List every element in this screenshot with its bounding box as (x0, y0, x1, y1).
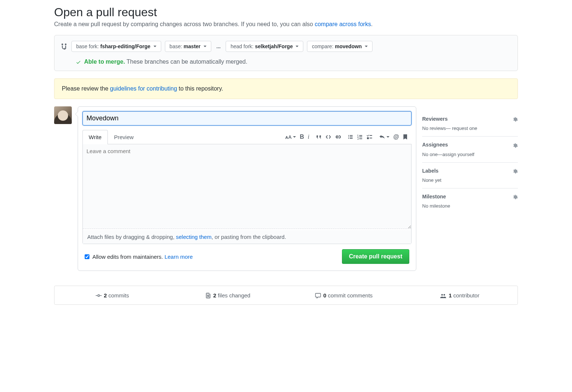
reply-icon[interactable] (379, 134, 389, 140)
allow-edits-checkbox[interactable] (85, 254, 89, 259)
create-pr-button[interactable]: Create pull request (342, 249, 409, 264)
stat-contributors[interactable]: 1 contributor (402, 286, 518, 304)
compare-icon (61, 43, 68, 50)
branch-ellipsis: ... (215, 43, 222, 49)
chevron-down-icon (204, 46, 206, 49)
merge-status-text: Able to merge. (84, 59, 125, 65)
milestone-body: No milestone (422, 203, 518, 209)
tab-write[interactable]: Write (82, 130, 108, 144)
assignees-title: Assignees (422, 142, 448, 148)
chevron-down-icon (153, 46, 156, 49)
head-fork-label: head fork: (230, 43, 253, 49)
gear-icon[interactable] (513, 168, 518, 174)
numbered-list-icon[interactable] (357, 134, 363, 140)
link-icon[interactable] (335, 134, 341, 140)
select-files-link[interactable]: selecting them (176, 234, 212, 240)
svg-point-0 (98, 295, 100, 297)
base-fork-value: fsharp-editing/Forge (100, 43, 150, 49)
compose-card: Write Preview ᴀA B i (78, 106, 416, 271)
task-list-icon[interactable] (367, 134, 372, 140)
merge-detail: These branches can be automatically merg… (125, 59, 247, 65)
bookmark-icon[interactable] (403, 134, 408, 140)
tab-preview[interactable]: Preview (108, 130, 140, 144)
bold-icon[interactable]: B (300, 134, 304, 140)
chevron-down-icon (296, 46, 299, 49)
assign-yourself-link[interactable]: assign yourself (442, 152, 474, 157)
reviewers-title: Reviewers (422, 116, 448, 122)
labels-title: Labels (422, 168, 438, 174)
base-value: master (184, 43, 201, 49)
check-icon (76, 59, 82, 65)
allow-edits-label[interactable]: Allow edits from maintainers. Learn more (85, 254, 193, 260)
svg-point-2 (444, 294, 445, 295)
mention-icon[interactable]: @ (393, 134, 399, 140)
base-branch-select[interactable]: base: master (165, 41, 211, 52)
bullet-list-icon[interactable] (347, 134, 353, 140)
subtitle-suffix: . (371, 21, 372, 27)
stats-box: 2 commits 2 files changed 0 commit comme… (54, 286, 518, 305)
reviewers-body: No reviews— request one (422, 126, 518, 131)
base-fork-select[interactable]: base fork: fsharp-editing/Forge (71, 41, 161, 52)
stat-comments[interactable]: 0 commit comments (286, 286, 402, 304)
comment-icon (315, 292, 321, 299)
attach-hint: Attach files by dragging & dropping, sel… (83, 230, 411, 244)
file-diff-icon (206, 292, 211, 299)
commit-icon (96, 292, 102, 299)
compare-value: movedown (335, 43, 362, 49)
quote-icon[interactable] (316, 134, 322, 140)
allow-edits-text: Allow edits from maintainers. (92, 254, 165, 260)
page-subtitle: Create a new pull request by comparing c… (54, 21, 518, 28)
branch-compare-box: base fork: fsharp-editing/Forge base: ma… (54, 35, 518, 71)
files-label: files changed (216, 292, 251, 299)
attach-prefix: Attach files by dragging & dropping, (87, 234, 176, 240)
compare-branch-select[interactable]: compare: movedown (307, 41, 372, 52)
gear-icon[interactable] (513, 116, 518, 122)
learn-more-link[interactable]: Learn more (165, 254, 193, 260)
pr-title-input[interactable] (82, 111, 412, 126)
people-icon (440, 292, 446, 299)
base-fork-label: base fork: (76, 43, 99, 49)
base-label: base: (170, 43, 182, 49)
sidebar: Reviewers No reviews— request one Assign… (422, 106, 518, 214)
merge-status: Able to merge. These branches can be aut… (61, 59, 511, 65)
contributing-notice: Please review the guidelines for contrib… (54, 78, 518, 99)
code-icon[interactable] (325, 134, 331, 140)
svg-point-1 (441, 294, 443, 295)
subtitle-text: Create a new pull request by comparing c… (54, 21, 315, 27)
comments-label: commit comments (326, 292, 372, 299)
comment-textarea[interactable] (83, 144, 411, 229)
gear-icon[interactable] (513, 142, 518, 148)
assignees-prefix: No one— (422, 152, 442, 157)
attach-suffix: , or pasting from the clipboard. (212, 234, 286, 240)
commits-label: commits (107, 292, 129, 299)
avatar[interactable] (54, 106, 72, 124)
text-size-icon[interactable]: ᴀA (285, 134, 296, 140)
contributors-label: contributor (452, 292, 479, 299)
chevron-down-icon (365, 46, 368, 49)
milestone-title: Milestone (422, 194, 446, 199)
editor-toolbar: ᴀA B i (282, 131, 412, 142)
page-title: Open a pull request (54, 6, 518, 19)
stat-commits[interactable]: 2 commits (54, 286, 170, 304)
head-fork-value: selketjah/Forge (255, 43, 293, 49)
compare-forks-link[interactable]: compare across forks (315, 21, 371, 27)
stat-files[interactable]: 2 files changed (170, 286, 286, 304)
gear-icon[interactable] (513, 194, 518, 199)
labels-body: None yet (422, 177, 518, 183)
files-count: 2 (213, 292, 216, 299)
italic-icon[interactable]: i (308, 134, 309, 140)
compare-label: compare: (312, 43, 333, 49)
notice-prefix: Please review the (62, 85, 110, 92)
head-fork-select[interactable]: head fork: selketjah/Forge (226, 41, 303, 52)
notice-suffix: to this repository. (177, 85, 223, 92)
guidelines-link[interactable]: guidelines for contributing (110, 85, 177, 92)
tabs: Write Preview (82, 130, 140, 144)
assignees-body: No one—assign yourself (422, 152, 518, 157)
